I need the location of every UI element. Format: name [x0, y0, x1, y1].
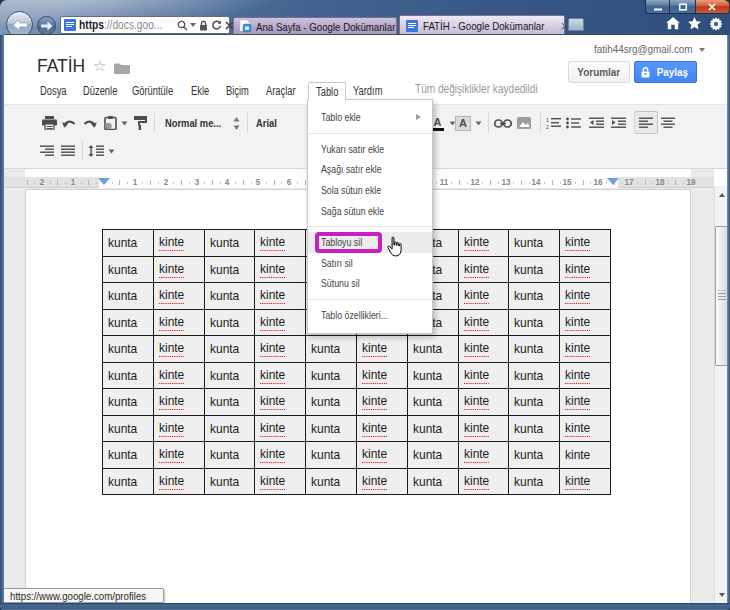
table-cell[interactable]: kunta — [407, 362, 458, 389]
toolbar-indent-button[interactable] — [611, 114, 626, 132]
table-cell[interactable]: kunta — [509, 256, 560, 283]
menu-item-a-a-sat-r-ekle[interactable]: Aşağı satır ekle — [308, 159, 432, 180]
tab-title[interactable]: Ana Sayfa - Google Dokümanlar — [256, 21, 395, 33]
table-cell[interactable]: kinte — [356, 415, 407, 442]
table-cell[interactable]: kinte — [560, 283, 611, 310]
table-cell[interactable]: kinte — [356, 468, 407, 495]
menubar-item-aralar[interactable]: Araçlar — [266, 82, 304, 100]
table-cell[interactable]: kunta — [103, 389, 154, 416]
table-cell[interactable]: kinte — [356, 442, 407, 469]
table-cell[interactable]: kunta — [306, 415, 357, 442]
table-cell[interactable]: kunta — [306, 389, 357, 416]
table-cell[interactable]: kinte — [356, 362, 407, 389]
tab-fatih[interactable]: FATİH - Google Dokümanlar — [399, 15, 565, 35]
table-cell[interactable]: kinte — [356, 336, 407, 363]
scrollbar-thumb[interactable] — [715, 226, 727, 366]
table-cell[interactable]: kunta — [204, 283, 255, 310]
toolbar-highlight-color-button[interactable]: A — [455, 114, 482, 132]
table-cell[interactable]: kinte — [255, 309, 306, 336]
table-cell[interactable]: kunta — [509, 442, 560, 469]
forward-button[interactable] — [37, 16, 56, 35]
table-cell[interactable]: kunta — [509, 468, 560, 495]
gear-icon[interactable] — [709, 17, 723, 31]
table-cell[interactable]: kinte — [153, 256, 204, 283]
table-cell[interactable]: kinte — [255, 362, 306, 389]
menu-item-tablo-ekle[interactable]: Tablo ekle — [308, 107, 432, 128]
table-cell[interactable]: kinte — [560, 468, 611, 495]
scroll-up-button[interactable] — [715, 186, 727, 203]
table-cell[interactable]: kinte — [458, 336, 509, 363]
table-cell[interactable]: kunta — [306, 336, 357, 363]
table-cell[interactable]: kinte — [458, 362, 509, 389]
tab-title[interactable]: FATİH - Google Dokümanlar — [423, 20, 544, 32]
toolbar-updown-arrows-button[interactable] — [233, 114, 240, 132]
table-cell[interactable]: kinte — [458, 389, 509, 416]
table-cell[interactable]: kinte — [153, 230, 204, 257]
toolbar-numbered-list-button[interactable]: 12 — [546, 114, 561, 132]
toolbar-font-dropdown[interactable]: Arial — [256, 114, 280, 132]
table-cell[interactable]: kunta — [407, 389, 458, 416]
table-cell[interactable]: kinte — [560, 362, 611, 389]
table-cell[interactable]: kunta — [407, 336, 458, 363]
new-tab-button[interactable] — [568, 18, 584, 31]
table-cell[interactable]: kunta — [204, 309, 255, 336]
table-cell[interactable]: kunta — [103, 256, 154, 283]
toolbar-print-button[interactable] — [42, 114, 57, 132]
table-cell[interactable]: kinte — [356, 389, 407, 416]
table-cell[interactable]: kinte — [255, 389, 306, 416]
toolbar-bullet-list-button[interactable] — [566, 114, 581, 132]
table-cell[interactable]: kunta — [509, 336, 560, 363]
table-cell[interactable]: kunta — [204, 362, 255, 389]
table-cell[interactable]: kunta — [103, 336, 154, 363]
table-cell[interactable]: kinte — [153, 442, 204, 469]
table-cell[interactable]: kunta — [509, 389, 560, 416]
left-indent-marker[interactable] — [98, 178, 110, 185]
star-icon[interactable] — [688, 17, 701, 30]
table-cell[interactable]: kinte — [458, 468, 509, 495]
table-cell[interactable]: kinte — [153, 389, 204, 416]
table-cell[interactable]: kinte — [560, 415, 611, 442]
home-icon[interactable] — [666, 17, 680, 30]
menu-item-tablo-zellikleri[interactable]: Tablo özellikleri... — [308, 305, 432, 326]
vertical-scrollbar[interactable] — [714, 186, 727, 603]
menubar-item-dosya[interactable]: Dosya — [40, 82, 74, 100]
toolbar-undo-button[interactable] — [62, 114, 76, 132]
menubar-item-biim[interactable]: Biçim — [226, 82, 255, 100]
table-cell[interactable]: kinte — [255, 442, 306, 469]
toolbar-text-color-button[interactable]: A — [432, 114, 456, 132]
menubar-item-yardm[interactable]: Yardım — [353, 82, 391, 100]
table-cell[interactable]: kinte — [560, 336, 611, 363]
table-cell[interactable]: kunta — [509, 283, 560, 310]
comments-button[interactable]: Yorumlar — [568, 61, 630, 83]
table-cell[interactable]: kinte — [255, 468, 306, 495]
scroll-down-button[interactable] — [715, 586, 727, 603]
table-cell[interactable]: kunta — [306, 468, 357, 495]
right-indent-marker[interactable] — [607, 178, 619, 185]
toolbar-web-clipboard-button[interactable] — [104, 114, 128, 132]
menu-item-sa-a-s-tun-ekle[interactable]: Sağa sütun ekle — [308, 200, 432, 221]
menu-item-tabloyu-sil[interactable]: Tabloyu sil — [308, 232, 432, 253]
table-cell[interactable]: kunta — [103, 283, 154, 310]
account-dropdown-caret[interactable] — [699, 48, 705, 55]
table-cell[interactable]: kinte — [458, 283, 509, 310]
table-cell[interactable]: kinte — [255, 415, 306, 442]
table-cell[interactable]: kinte — [458, 309, 509, 336]
table-cell[interactable]: kinte — [153, 336, 204, 363]
table-cell[interactable]: kinte — [560, 442, 611, 469]
table-cell[interactable]: kunta — [509, 230, 560, 257]
table-cell[interactable]: kunta — [204, 415, 255, 442]
table-cell[interactable]: kunta — [103, 442, 154, 469]
url-text[interactable]: https://docs.goo... — [79, 18, 162, 32]
table-cell[interactable]: kinte — [153, 283, 204, 310]
toolbar-link-button[interactable] — [494, 114, 512, 132]
table-cell[interactable]: kunta — [407, 415, 458, 442]
toolbar-image-button[interactable] — [517, 114, 531, 132]
account-email[interactable]: fatih44srg@gmail.com — [594, 43, 693, 55]
menubar-item-dzenle[interactable]: Düzenle — [83, 82, 127, 100]
table-cell[interactable]: kunta — [509, 309, 560, 336]
table-cell[interactable]: kinte — [255, 283, 306, 310]
table-cell[interactable]: kinte — [153, 309, 204, 336]
menubar-item-ekle[interactable]: Ekle — [191, 82, 214, 100]
tab-close-icon[interactable] — [561, 22, 565, 30]
table-cell[interactable]: kunta — [204, 468, 255, 495]
